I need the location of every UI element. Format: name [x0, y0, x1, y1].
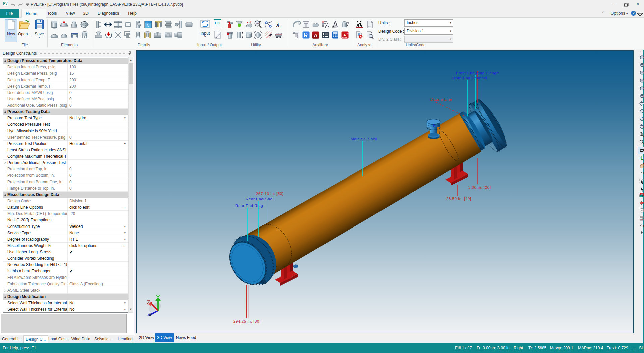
svg-text:A: A — [314, 32, 318, 38]
svg-text:A: A — [343, 33, 346, 37]
svg-text:Rear End Ring: Rear End Ring — [235, 204, 263, 208]
svg-text:294.25 in. [80]: 294.25 in. [80] — [233, 319, 261, 323]
svg-text:Front End Channel: Front End Channel — [452, 76, 487, 80]
svg-text:2D: 2D — [256, 22, 259, 25]
svg-text:3D: 3D — [347, 32, 349, 34]
svg-text:Rear End Shell: Rear End Shell — [246, 197, 275, 201]
svg-text:N: N — [433, 124, 435, 128]
svg-text:Datum Line: Datum Line — [430, 97, 452, 101]
svg-text:λ: λ — [276, 21, 279, 28]
svg-text:Main SS Shell: Main SS Shell — [351, 137, 377, 141]
svg-text:28.50 in. [40]: 28.50 in. [40] — [446, 197, 471, 201]
svg-text:3.00 in. [20]: 3.00 in. [20] — [468, 185, 491, 189]
svg-text:267.13 in. [50]: 267.13 in. [50] — [256, 192, 284, 196]
svg-text:Front End Ring Flange: Front End Ring Flange — [456, 71, 499, 75]
svg-text:i: i — [281, 25, 282, 29]
